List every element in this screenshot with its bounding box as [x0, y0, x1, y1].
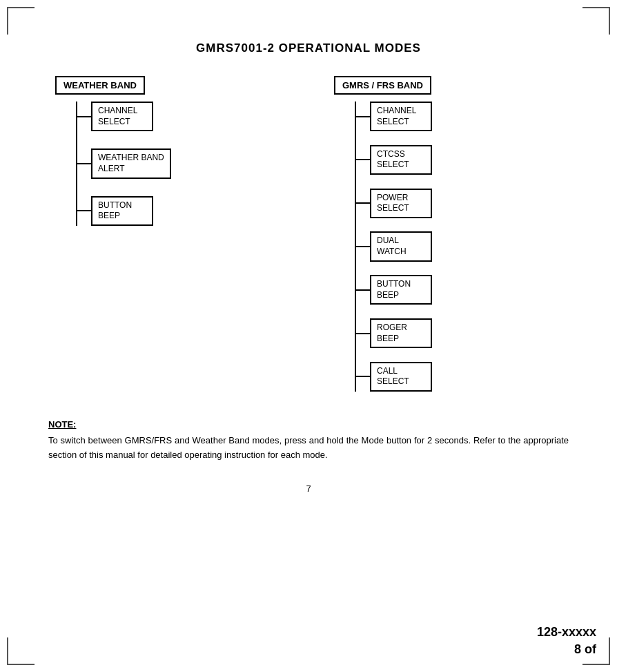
weather-band-section: WEATHER BAND CHANNELSELECT WEATHER BANDA…: [55, 76, 262, 226]
weather-node-1-connector: CHANNELSELECT: [77, 102, 171, 131]
bottom-info-line2: 8 of: [537, 641, 596, 658]
gmrs-node-6: ROGERBEEP: [370, 318, 432, 348]
note-text: To switch between GMRS/FRS and Weather B…: [48, 434, 569, 463]
weather-node-2-connector: WEATHER BANDALERT: [77, 148, 171, 178]
gmrs-band-section: GMRS / FRS BAND CHANNELSELECT CTCSSSELEC…: [334, 76, 562, 392]
weather-node-3: BUTTONBEEP: [91, 196, 153, 226]
gmrs-nodes-wrapper: CHANNELSELECT CTCSSSELECT POWERSELECT DU…: [356, 102, 432, 392]
gmrs-h-line-7: [356, 376, 370, 377]
gmrs-node-1: CHANNELSELECT: [370, 102, 432, 131]
weather-node-2: WEATHER BANDALERT: [91, 148, 171, 178]
gmrs-node-2: CTCSSSELECT: [370, 145, 432, 175]
bottom-info-line1: 128-xxxxx: [537, 624, 596, 641]
gmrs-h-line-5: [356, 289, 370, 291]
gmrs-node-6-connector: ROGERBEEP: [356, 318, 432, 348]
page: GMRS7001-2 OPERATIONAL MODES WEATHER BAN…: [0, 0, 617, 672]
weather-nodes-wrapper: CHANNELSELECT WEATHER BANDALERT BUTTONBE…: [77, 102, 171, 226]
weather-h-line-3: [77, 210, 91, 211]
gmrs-h-line-6: [356, 333, 370, 334]
gmrs-node-7-connector: CALLSELECT: [356, 362, 432, 392]
gmrs-node-3: POWERSELECT: [370, 189, 432, 218]
gmrs-node-2-connector: CTCSSSELECT: [356, 145, 432, 175]
bottom-right-info: 128-xxxxx 8 of: [537, 624, 596, 658]
gmrs-band-header: GMRS / FRS BAND: [334, 76, 431, 95]
weather-h-line-1: [77, 116, 91, 117]
gmrs-h-line-3: [356, 202, 370, 204]
note-label: NOTE:: [48, 419, 569, 430]
weather-band-header: WEATHER BAND: [55, 76, 145, 95]
gmrs-node-7: CALLSELECT: [370, 362, 432, 392]
gmrs-node-1-connector: CHANNELSELECT: [356, 102, 432, 131]
gmrs-node-5-connector: BUTTONBEEP: [356, 275, 432, 305]
gmrs-h-line-4: [356, 246, 370, 247]
gmrs-h-line-1: [356, 116, 370, 117]
corner-mark-bl: [7, 637, 35, 665]
gmrs-node-4: DUALWATCH: [370, 231, 432, 261]
note-section: NOTE: To switch between GMRS/FRS and Wea…: [48, 419, 569, 463]
weather-node-3-connector: BUTTONBEEP: [77, 196, 171, 226]
weather-h-line-2: [77, 163, 91, 164]
weather-node-1: CHANNELSELECT: [91, 102, 153, 131]
gmrs-node-4-connector: DUALWATCH: [356, 231, 432, 261]
page-number: 7: [41, 483, 576, 494]
diagram-area: WEATHER BAND CHANNELSELECT WEATHER BANDA…: [55, 76, 562, 392]
corner-mark-tr: [582, 7, 610, 35]
gmrs-node-3-connector: POWERSELECT: [356, 189, 432, 218]
gmrs-h-line-2: [356, 159, 370, 160]
page-title: GMRS7001-2 OPERATIONAL MODES: [41, 41, 576, 55]
weather-band-tree: CHANNELSELECT WEATHER BANDALERT BUTTONBE…: [76, 102, 171, 226]
gmrs-node-5: BUTTONBEEP: [370, 275, 432, 305]
corner-mark-tl: [7, 7, 35, 35]
gmrs-band-tree: CHANNELSELECT CTCSSSELECT POWERSELECT DU…: [355, 102, 432, 392]
